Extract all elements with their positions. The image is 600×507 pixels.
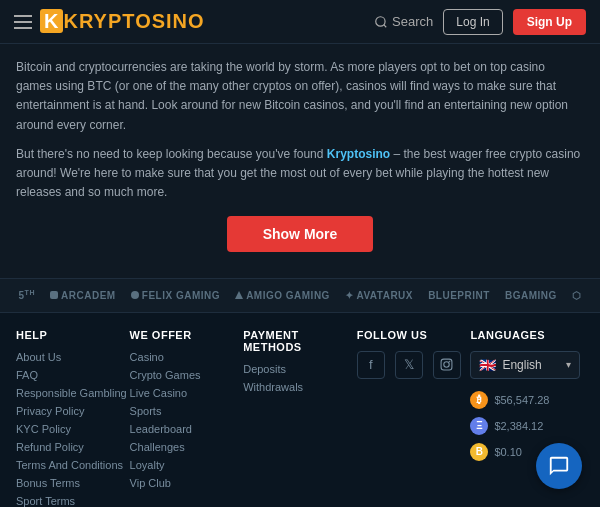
link-withdrawals[interactable]: Withdrawals [243, 381, 357, 393]
language-label: English [502, 358, 541, 372]
brand-amigo: AMIGO GAMING [235, 290, 330, 301]
link-loyalty[interactable]: Loyalty [130, 459, 244, 471]
link-about-us[interactable]: About Us [16, 351, 130, 363]
bnb-amount: $0.10 [494, 446, 522, 458]
svg-point-3 [131, 291, 139, 299]
twitter-icon[interactable]: 𝕏 [395, 351, 423, 379]
svg-rect-5 [441, 359, 452, 370]
currency-eth-row: Ξ $2,384.12 [470, 417, 584, 435]
brand-felix: FELIX GAMING [131, 290, 220, 301]
link-leaderboard[interactable]: Leaderboard [130, 423, 244, 435]
language-selector[interactable]: 🇬🇧 English ▾ [470, 351, 580, 379]
footer-col-payment: PAYMENT METHODS Deposits Withdrawals [243, 329, 357, 507]
chevron-down-icon: ▾ [566, 359, 571, 370]
footer-col-we-offer: WE OFFER Casino Crypto Games Live Casino… [130, 329, 244, 507]
header-left: KKRYPTOSINO [14, 10, 205, 33]
link-kyc-policy[interactable]: KYC Policy [16, 423, 130, 435]
header-right: Search Log In Sign Up [374, 9, 586, 35]
paragraph-2: But there's no need to keep looking beca… [16, 145, 584, 203]
svg-point-7 [449, 361, 450, 362]
brand-5th: 5TH [19, 289, 35, 301]
footer-col-we-offer-title: WE OFFER [130, 329, 244, 341]
link-sport-terms[interactable]: Sport Terms [16, 495, 130, 507]
brand-highlight: Kryptosino [327, 147, 390, 161]
eth-icon: Ξ [470, 417, 488, 435]
svg-point-6 [444, 362, 449, 367]
btc-icon: ₿ [470, 391, 488, 409]
svg-line-1 [384, 24, 387, 27]
brand-bgaming: BGAMING [505, 290, 557, 301]
main-content: Bitcoin and cryptocurrencies are taking … [0, 44, 600, 278]
svg-marker-4 [235, 291, 243, 299]
link-vip-club[interactable]: Vip Club [130, 477, 244, 489]
footer-col-help: HELP About Us FAQ Responsible Gambling P… [16, 329, 130, 507]
svg-rect-2 [50, 291, 58, 299]
link-live-casino[interactable]: Live Casino [130, 387, 244, 399]
bnb-icon: B [470, 443, 488, 461]
brand-avatarux: ✦ AVATARUX [345, 290, 413, 301]
login-button[interactable]: Log In [443, 9, 502, 35]
footer-col-follow-title: FOLLOW US [357, 329, 471, 341]
paragraph-2-before: But there's no need to keep looking beca… [16, 147, 327, 161]
chat-icon [548, 455, 570, 477]
footer-col-follow: FOLLOW US f 𝕏 [357, 329, 471, 507]
header: KKRYPTOSINO Search Log In Sign Up [0, 0, 600, 44]
brand-blueprint: BLUEPRINT [428, 290, 490, 301]
signup-button[interactable]: Sign Up [513, 9, 586, 35]
footer: HELP About Us FAQ Responsible Gambling P… [0, 313, 600, 507]
paragraph-1: Bitcoin and cryptocurrencies are taking … [16, 58, 584, 135]
link-privacy-policy[interactable]: Privacy Policy [16, 405, 130, 417]
chat-button[interactable] [536, 443, 582, 489]
link-challenges[interactable]: Challenges [130, 441, 244, 453]
footer-columns: HELP About Us FAQ Responsible Gambling P… [16, 329, 584, 507]
currency-btc-row: ₿ $56,547.28 [470, 391, 584, 409]
logo[interactable]: KKRYPTOSINO [40, 10, 205, 33]
social-icons: f 𝕏 [357, 351, 471, 379]
link-casino[interactable]: Casino [130, 351, 244, 363]
svg-point-0 [376, 16, 385, 25]
instagram-icon[interactable] [433, 351, 461, 379]
link-faq[interactable]: FAQ [16, 369, 130, 381]
link-responsible-gambling[interactable]: Responsible Gambling [16, 387, 130, 399]
footer-col-payment-title: PAYMENT METHODS [243, 329, 357, 353]
link-deposits[interactable]: Deposits [243, 363, 357, 375]
search-label: Search [392, 14, 433, 29]
search-button[interactable]: Search [374, 14, 433, 29]
link-refund-policy[interactable]: Refund Policy [16, 441, 130, 453]
facebook-icon[interactable]: f [357, 351, 385, 379]
flag-icon: 🇬🇧 [479, 357, 496, 373]
show-more-button[interactable]: Show More [227, 216, 374, 252]
eth-amount: $2,384.12 [494, 420, 543, 432]
link-bonus-terms[interactable]: Bonus Terms [16, 477, 130, 489]
link-crypto-games[interactable]: Crypto Games [130, 369, 244, 381]
btc-amount: $56,547.28 [494, 394, 549, 406]
footer-col-languages-title: LANGUAGES [470, 329, 584, 341]
link-sports[interactable]: Sports [130, 405, 244, 417]
brands-strip: 5TH ARCADEM FELIX GAMING AMIGO GAMING ✦ … [0, 278, 600, 312]
brand-arcadem: ARCADEM [50, 290, 116, 301]
brand-other: ⬡ [572, 290, 582, 301]
footer-col-help-title: HELP [16, 329, 130, 341]
hamburger-menu[interactable] [14, 15, 32, 29]
link-terms-conditions[interactable]: Terms And Conditions [16, 459, 130, 471]
show-more-container: Show More [16, 216, 584, 252]
